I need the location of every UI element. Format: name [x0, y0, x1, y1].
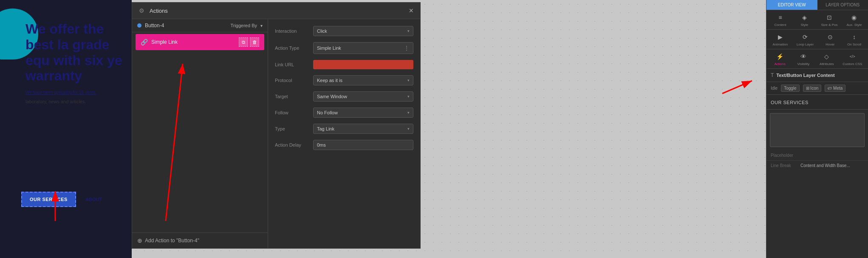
- line-break-label: Line Break: [771, 163, 800, 168]
- type-select[interactable]: Tag Link ▾: [313, 124, 413, 134]
- content-icon-label: Content: [774, 23, 786, 27]
- size-pos-icon-label: Size & Pos: [821, 23, 837, 27]
- loop-layer-icon-label: Loop Layer: [797, 43, 814, 46]
- target-row: Target Same Window ▾: [275, 91, 413, 102]
- button-indicator: [137, 23, 141, 28]
- our-services-preview-text: OUR SERVICES: [771, 100, 809, 105]
- aux-style-icon-label: Aux. Style: [846, 23, 862, 27]
- section-title-text: Text/Button Layer Content: [776, 73, 834, 78]
- meta-button[interactable]: 🏷 Meta: [825, 85, 845, 92]
- target-select[interactable]: Same Window ▾: [313, 91, 413, 102]
- triggered-by-label: Triggered By: [230, 23, 257, 28]
- follow-select[interactable]: No Follow ▾: [313, 108, 413, 118]
- editor-view-tab[interactable]: EDITOR VIEW: [766, 0, 817, 10]
- line-break-row: Line Break Content and Width Base...: [766, 161, 868, 170]
- idle-row: Idle Toggle ⊞ Icon 🏷 Meta: [766, 82, 868, 95]
- animation-icon-label: Animation: [773, 43, 788, 46]
- type-label: Type: [275, 126, 313, 131]
- on-scroll-icon: ↕: [850, 32, 859, 42]
- content-icon: ≡: [775, 13, 785, 22]
- interaction-row: Interaction Click ▾: [275, 26, 413, 36]
- preview-subtext2: laboratory, news and articles.: [25, 99, 127, 104]
- action-type-select[interactable]: Simple Link ⋮: [313, 42, 413, 54]
- action-delay-label: Action Delay: [275, 142, 313, 147]
- preview-content: We offer the best la grade equ with six …: [25, 21, 127, 104]
- loop-layer-icon-item[interactable]: ⟳ Loop Layer: [797, 32, 814, 46]
- target-label: Target: [275, 94, 313, 99]
- link-url-input[interactable]: [313, 60, 413, 69]
- protocol-row: Protocol Keep as it is ▾: [275, 75, 413, 85]
- animation-icon-item[interactable]: ▶ Animation: [772, 32, 788, 46]
- modal-overlay: ⚙ Actions × Button-4 Triggered By ▾ 🔗 Si…: [132, 0, 421, 258]
- aux-style-icon-item[interactable]: ◉ Aux. Style: [846, 13, 862, 27]
- section-title-row: T Text/Button Layer Content: [766, 69, 868, 82]
- toggle-button[interactable]: Toggle: [781, 85, 799, 92]
- preview-heading: We offer the best la grade equ with six …: [25, 21, 127, 84]
- type-chevron-icon: ▾: [407, 127, 410, 131]
- interaction-select[interactable]: Click ▾: [313, 26, 413, 36]
- style-icon-label: Style: [801, 23, 809, 27]
- triggered-chevron-icon: ▾: [260, 23, 263, 28]
- modal-body: Button-4 Triggered By ▾ 🔗 Simple Link ⧉ …: [132, 19, 420, 248]
- simple-link-action[interactable]: 🔗 Simple Link ⧉ 🗑: [136, 34, 264, 50]
- hover-icon: ⊙: [826, 32, 835, 42]
- delete-action-button[interactable]: 🗑: [250, 37, 259, 47]
- follow-label: Follow: [275, 110, 313, 115]
- hover-icon-label: Hover: [826, 43, 834, 46]
- right-icons-row-1: ≡ Content ◈ Style ⊡ Size & Pos ◉ Aux. St…: [766, 10, 868, 30]
- action-settings-panel: Interaction Click ▾ Action Type Simple L…: [268, 19, 420, 248]
- add-action-text: Add Action to "Button-4": [145, 238, 199, 244]
- right-icons-row-3: ⚡ Actions 👁 Visibility ◇ Attributes </> …: [766, 49, 868, 69]
- action-delay-value: 0ms: [317, 142, 326, 147]
- interaction-value: Click: [317, 28, 327, 34]
- animation-icon: ▶: [775, 32, 785, 42]
- attributes-icon-item[interactable]: ◇ Attributes: [819, 52, 834, 66]
- icon-button[interactable]: ⊞ Icon: [803, 85, 822, 92]
- size-pos-icon-item[interactable]: ⊡ Size & Pos: [821, 13, 837, 27]
- actions-icon-item[interactable]: ⚡ Actions: [772, 52, 788, 66]
- our-services-button[interactable]: OUR SERVICES: [21, 192, 76, 207]
- content-icon-item[interactable]: ≡ Content: [772, 13, 788, 27]
- follow-row: Follow No Follow ▾: [275, 108, 413, 118]
- our-services-preview: OUR SERVICES: [766, 95, 868, 110]
- custom-css-icon-label: Custom CSS: [843, 62, 862, 66]
- layer-options-tab[interactable]: LAYER OPTIONS: [817, 0, 868, 10]
- placeholder-row: Placeholder: [766, 150, 868, 161]
- duplicate-action-button[interactable]: ⧉: [239, 37, 248, 47]
- website-preview: We offer the best la grade equ with six …: [0, 0, 132, 258]
- action-type-label: Action Type: [275, 45, 313, 51]
- custom-css-icon: </>: [848, 52, 857, 61]
- actions-modal: ⚙ Actions × Button-4 Triggered By ▾ 🔗 Si…: [132, 2, 421, 249]
- attributes-icon: ◇: [822, 52, 831, 61]
- about-button[interactable]: ABOUT: [80, 193, 107, 206]
- protocol-select[interactable]: Keep as it is ▾: [313, 75, 413, 85]
- link-url-row: Link URL: [275, 60, 413, 69]
- protocol-value: Keep as it is: [317, 78, 342, 83]
- modal-title-icon: ⚙: [139, 7, 144, 14]
- style-icon: ◈: [800, 13, 809, 22]
- custom-css-icon-item[interactable]: </> Custom CSS: [843, 52, 862, 66]
- visibility-icon-item[interactable]: 👁 Visibility: [796, 52, 811, 66]
- on-scroll-icon-item[interactable]: ↕ On Scroll: [847, 32, 862, 46]
- modal-close-button[interactable]: ×: [409, 7, 413, 14]
- target-value: Same Window: [317, 94, 347, 99]
- style-icon-item[interactable]: ◈ Style: [797, 13, 812, 27]
- actions-icon: ⚡: [775, 52, 785, 61]
- action-delay-select[interactable]: 0ms: [313, 140, 413, 150]
- add-action-row[interactable]: ⊕ Add Action to "Button-4": [132, 232, 268, 248]
- action-list-panel: Button-4 Triggered By ▾ 🔗 Simple Link ⧉ …: [132, 19, 268, 248]
- link-url-label: Link URL: [275, 62, 313, 67]
- hover-icon-item[interactable]: ⊙ Hover: [823, 32, 838, 46]
- attributes-icon-label: Attributes: [820, 62, 834, 66]
- protocol-chevron-icon: ▾: [407, 78, 410, 82]
- link-icon: 🔗: [141, 39, 148, 45]
- modal-title: Actions: [150, 8, 168, 14]
- visibility-icon-label: Visibility: [797, 62, 809, 66]
- target-chevron-icon: ▾: [407, 94, 410, 99]
- size-pos-icon: ⊡: [825, 13, 834, 22]
- action-item-controls: ⧉ 🗑: [239, 37, 259, 47]
- action-item-label: Simple Link: [151, 39, 239, 45]
- visibility-icon: 👁: [799, 52, 808, 61]
- line-break-value: Content and Width Base...: [800, 163, 850, 168]
- section-title-icon: T: [771, 72, 774, 78]
